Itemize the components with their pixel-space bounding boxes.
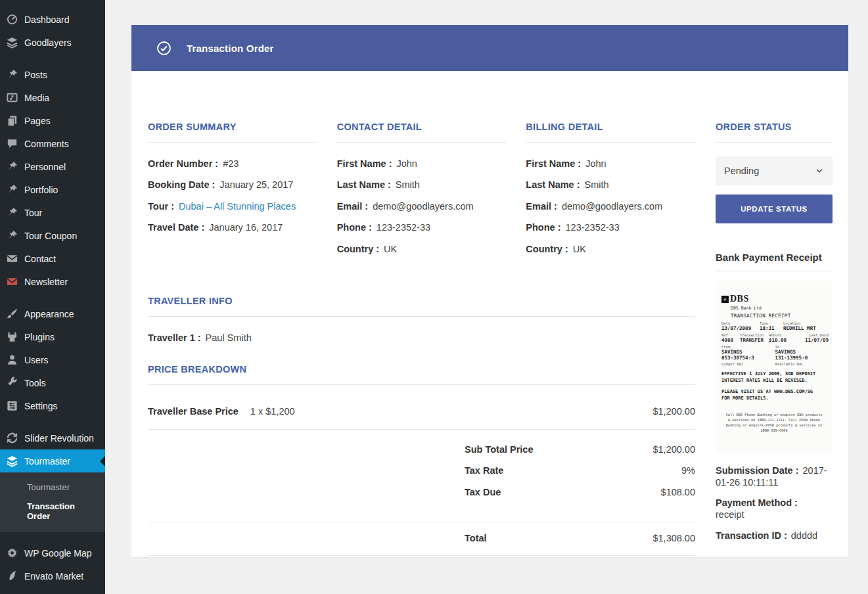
gear-icon (6, 547, 18, 559)
total-label: Total (465, 531, 487, 545)
order-status-title: ORDER STATUS (716, 122, 833, 132)
sidebar-item-tourmaster[interactable]: Tourmaster (0, 449, 105, 472)
summary-amount: $108.00 (661, 485, 695, 499)
sidebar-item-label: Comments (24, 139, 69, 149)
receipt-labels: Ledger Bal Available Bal (721, 362, 829, 366)
field-value: receipt (716, 509, 744, 520)
pages-icon (6, 114, 18, 127)
submenu-item-transaction-order[interactable]: Transaction Order (0, 497, 105, 526)
divider (337, 142, 507, 143)
menu-separator (0, 532, 105, 541)
sidebar-item-posts[interactable]: Posts (0, 63, 105, 86)
divider (148, 555, 695, 556)
sidebar-item-label: Dashboard (24, 14, 70, 25)
menu-separator (0, 54, 105, 63)
field-label: Transaction ID : (716, 530, 787, 541)
sidebar-item-portfolio[interactable]: Portfolio (0, 178, 105, 201)
sidebar-item-appearance[interactable]: Appearance (0, 302, 105, 325)
last-name-row: Last Name :Smith (337, 177, 507, 192)
receipt-notice: EFFECTIVE 1 JULY 2009, SGD DEPOSIT INTER… (721, 371, 829, 384)
field-label: Payment Method : (716, 497, 798, 508)
sidebar-item-goodlayers[interactable]: Goodlayers (0, 31, 105, 54)
sidebar-item-pages[interactable]: Pages (0, 109, 105, 132)
payment-details: Submission Date :2017-01-26 10:11:11 Pay… (716, 465, 833, 541)
sidebar-item-tour-coupon[interactable]: Tour Coupon (0, 224, 105, 247)
sidebar-item-envato-market[interactable]: Envato Market (0, 564, 105, 587)
tour-row: Tour :Dubai – All Stunning Places (148, 199, 317, 214)
card-header: Transaction Order (131, 25, 848, 71)
wrench-icon (6, 377, 18, 389)
sidebar-item-label: Tourmaster (24, 456, 70, 467)
sidebar-item-label: Tools (24, 378, 46, 388)
receipt-value: 13/07/2009 (721, 325, 760, 331)
divider (716, 142, 833, 143)
travel-date-row: Travel Date :January 16, 2017 (148, 220, 317, 235)
sidebar-item-contact[interactable]: Contact (0, 247, 105, 270)
tourmaster-icon (6, 455, 18, 467)
order-summary-title: ORDER SUMMARY (148, 122, 317, 132)
receipt-value: 053-38754-3 (721, 355, 775, 361)
paintbrush-icon (6, 308, 18, 320)
tax-rate-row: Tax Rate9% (465, 463, 695, 478)
sidebar-item-label: Tour (24, 208, 42, 218)
dbs-logo-mark: ✳ (721, 296, 729, 303)
sidebar-item-wp-google-map[interactable]: WP Google Map (0, 541, 105, 564)
submenu-item-tourmaster[interactable]: Tourmaster (0, 478, 105, 497)
summary-label: Tax Due (465, 485, 501, 499)
field-value: January 16, 2017 (209, 222, 283, 233)
field-label: First Name : (337, 158, 392, 169)
sidebar-item-media[interactable]: Media (0, 86, 105, 109)
pushpin-icon (6, 229, 18, 242)
sidebar-item-users[interactable]: Users (0, 348, 105, 371)
receipt-value: SAVINGS (721, 349, 775, 355)
menu-separator (0, 417, 105, 426)
last-name-row: Last Name :Smith (526, 177, 695, 192)
update-status-button[interactable]: UPDATE STATUS (716, 194, 833, 223)
sidebar-item-label: Newsletter (24, 277, 68, 287)
sidebar-item-plugins[interactable]: Plugins (0, 325, 105, 348)
line-item-amount: $1,200.00 (652, 406, 695, 417)
divider (526, 142, 695, 143)
summary-label: Tax Rate (465, 463, 503, 478)
field-label: Country : (526, 244, 568, 254)
menu-separator (0, 293, 105, 302)
field-value: Smith (396, 179, 420, 190)
field-value: 123-2352-33 (566, 222, 620, 233)
line-item-detail: 1 x $1,200 (250, 406, 295, 417)
sidebar-item-newsletter[interactable]: Newsletter (0, 270, 105, 293)
sidebar-item-tour[interactable]: Tour (0, 201, 105, 224)
field-label: Country : (337, 244, 379, 254)
divider (716, 271, 833, 271)
field-value: demo@goodlayers.com (562, 201, 662, 212)
contact-detail-section: CONTACT DETAIL First Name :John Last Nam… (337, 122, 507, 263)
sidebar-item-label: Goodlayers (24, 37, 72, 48)
sidebar-item-slider-revolution[interactable]: Slider Revolution (0, 426, 105, 449)
order-detail-area: ORDER SUMMARY Order Number :#23 Booking … (148, 122, 695, 557)
sidebar-item-comments[interactable]: Comments (0, 132, 105, 155)
dbs-logo: ✳ DBS (721, 294, 829, 304)
tour-link[interactable]: Dubai – All Stunning Places (179, 201, 296, 212)
email-row: Email :demo@goodlayers.com (526, 199, 695, 214)
sidebar-item-personnel[interactable]: Personnel (0, 155, 105, 178)
field-label: Last Name : (337, 179, 391, 190)
field-label: Tour : (148, 201, 174, 212)
receipt-values: 13/07/2009 18:31 REDHILL MRT (721, 325, 829, 331)
field-value: John (396, 158, 417, 169)
sidebar-item-dashboard[interactable]: Dashboard (0, 8, 105, 31)
bank-receipt-image[interactable]: ✳ DBS DBS Bank Ltd TRANSACTION RECEIPT D… (716, 281, 833, 453)
divider (148, 142, 317, 143)
card-body: ORDER SUMMARY Order Number :#23 Booking … (131, 71, 848, 557)
order-status-select[interactable]: Pending (716, 156, 833, 185)
sidebar-item-label: Personnel (24, 162, 66, 172)
sidebar-item-tools[interactable]: Tools (0, 371, 105, 394)
first-name-row: First Name :John (337, 156, 507, 171)
line-item-label: Traveller Base Price (148, 406, 239, 417)
media-icon (6, 91, 18, 104)
pushpin-icon (6, 206, 18, 219)
sidebar-item-settings[interactable]: Settings (0, 394, 105, 417)
divider (148, 316, 695, 317)
traveller-info-title: TRAVELLER INFO (148, 296, 695, 306)
receipt-value: REDHILL MRT (783, 325, 816, 331)
main-content: Transaction Order ORDER SUMMARY Order Nu… (105, 0, 868, 594)
receipt-notice: PLEASE VISIT US AT WWW.DBS.COM/SG FOR MO… (721, 388, 829, 401)
